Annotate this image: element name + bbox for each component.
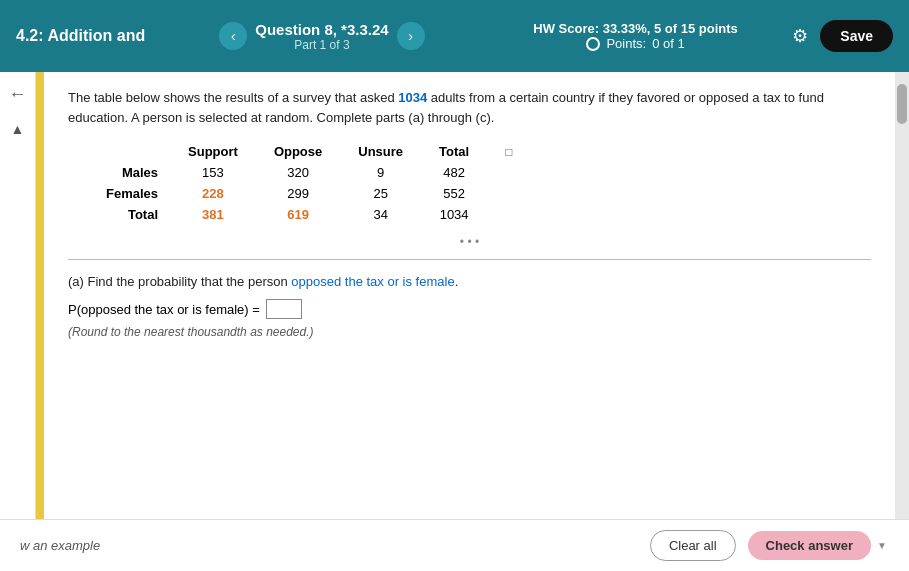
- scroll-down-icon[interactable]: ▼: [877, 540, 887, 551]
- back-arrow-icon[interactable]: ←: [9, 84, 27, 105]
- table-row: Total 381 619 34 1034: [88, 204, 530, 225]
- scroll-up-icon[interactable]: ▲: [11, 121, 25, 137]
- next-button[interactable]: ›: [397, 22, 425, 50]
- females-unsure: 25: [340, 183, 421, 204]
- table-expand-icon[interactable]: □: [505, 145, 512, 159]
- males-oppose: 320: [256, 162, 340, 183]
- hw-score-value: 33.33%, 5 of 15 points: [603, 21, 738, 36]
- total-support: 381: [170, 204, 256, 225]
- row-label-males: Males: [88, 162, 170, 183]
- problem-description: The table below shows the results of a s…: [68, 88, 871, 127]
- example-link[interactable]: w an example: [20, 538, 650, 553]
- total-oppose: 619: [256, 204, 340, 225]
- total-unsure: 34: [340, 204, 421, 225]
- part-a-highlight: opposed the tax or is female: [291, 274, 454, 289]
- bottom-scrollbar: ▼: [875, 540, 889, 551]
- content-area: The table below shows the results of a s…: [44, 72, 895, 519]
- question-part: Part 1 of 3: [255, 38, 388, 52]
- answer-input[interactable]: [266, 299, 302, 319]
- check-answer-button[interactable]: Check answer: [748, 531, 871, 560]
- females-oppose: 299: [256, 183, 340, 204]
- score-section: HW Score: 33.33%, 5 of 15 points Points:…: [479, 21, 793, 51]
- females-total: 552: [421, 183, 487, 204]
- section-divider: [68, 259, 871, 260]
- table-header-unsure: Unsure: [340, 141, 421, 162]
- part-a-label: (a): [68, 274, 88, 289]
- total-grand: 1034: [421, 204, 487, 225]
- prev-button[interactable]: ‹: [219, 22, 247, 50]
- points-row: Points: 0 of 1: [479, 36, 793, 51]
- row-label-females: Females: [88, 183, 170, 204]
- dots-icon: • • •: [460, 235, 479, 249]
- males-support: 153: [170, 162, 256, 183]
- hw-score: HW Score: 33.33%, 5 of 15 points: [479, 21, 793, 36]
- scroll-thumb[interactable]: [897, 84, 907, 124]
- save-button[interactable]: Save: [820, 20, 893, 52]
- table-header-total: Total: [421, 141, 487, 162]
- data-table: Support Oppose Unsure Total □ Males 153 …: [88, 141, 530, 225]
- bottom-bar: w an example Clear all Check answer ▼: [0, 519, 909, 571]
- males-unsure: 9: [340, 162, 421, 183]
- question-navigation: ‹ Question 8, *3.3.24 Part 1 of 3 ›: [165, 21, 479, 52]
- table-header-empty: [88, 141, 170, 162]
- points-value: 0 of 1: [652, 36, 685, 51]
- question-info: Question 8, *3.3.24 Part 1 of 3: [255, 21, 388, 52]
- course-title: 4.2: Addition and: [16, 27, 145, 45]
- equation-row: P(opposed the tax or is female) =: [68, 299, 871, 319]
- points-circle-icon: [586, 37, 600, 51]
- question-title: Question 8, *3.3.24: [255, 21, 388, 38]
- equation-prefix: P(opposed the tax or is female) =: [68, 302, 260, 317]
- females-support: 228: [170, 183, 256, 204]
- points-label: Points:: [606, 36, 646, 51]
- yellow-highlight-strip: [36, 72, 44, 519]
- sidebar-right: [895, 72, 909, 519]
- header-actions: ⚙ Save: [792, 20, 893, 52]
- hw-score-label: HW Score:: [533, 21, 599, 36]
- row-label-total: Total: [88, 204, 170, 225]
- clear-all-button[interactable]: Clear all: [650, 530, 736, 561]
- table-row: Females 228 299 25 552: [88, 183, 530, 204]
- table-header-oppose: Oppose: [256, 141, 340, 162]
- table-row: Males 153 320 9 482: [88, 162, 530, 183]
- round-note: (Round to the nearest thousandth as need…: [68, 325, 871, 339]
- sidebar-left: ← ▲: [0, 72, 36, 519]
- main-wrapper: ← ▲ The table below shows the results of…: [0, 72, 909, 519]
- table-header-support: Support: [170, 141, 256, 162]
- header: 4.2: Addition and ‹ Question 8, *3.3.24 …: [0, 0, 909, 72]
- males-total: 482: [421, 162, 487, 183]
- highlight-number: 1034: [398, 90, 427, 105]
- dots-divider: • • •: [68, 235, 871, 249]
- bottom-actions: Clear all Check answer: [650, 530, 871, 561]
- part-a-question: (a) Find the probability that the person…: [68, 274, 871, 289]
- gear-icon[interactable]: ⚙: [792, 25, 808, 47]
